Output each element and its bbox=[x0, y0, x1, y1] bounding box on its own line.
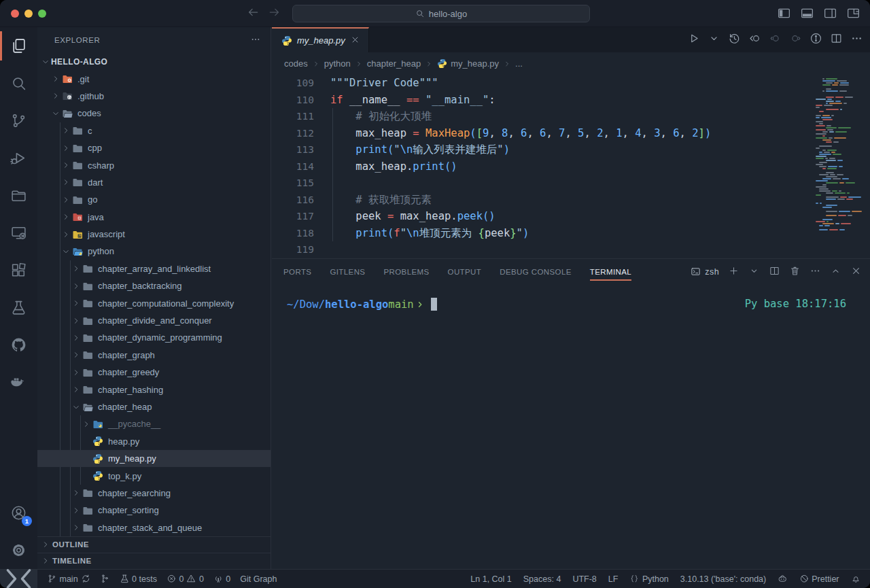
open-changes[interactable] bbox=[748, 32, 761, 48]
status-indentation[interactable]: Spaces: 4 bbox=[523, 574, 561, 584]
tree-item-chapter_dynamic_programming[interactable]: chapter_dynamic_programming bbox=[37, 329, 271, 346]
layout-customize-button[interactable] bbox=[846, 6, 860, 23]
activity-search[interactable] bbox=[0, 65, 37, 102]
panel-ellipsis-button[interactable] bbox=[810, 265, 821, 278]
timeline-history[interactable] bbox=[728, 32, 741, 48]
breadcrumb-item-codes[interactable]: codes bbox=[284, 58, 308, 69]
tree-item-chapter_searching[interactable]: chapter_searching bbox=[37, 485, 271, 502]
tree-item-my_heap.py[interactable]: my_heap.py bbox=[37, 450, 271, 467]
tree-item-chapter_heap[interactable]: chapter_heap bbox=[37, 398, 271, 415]
panel-tab-terminal[interactable]: TERMINAL bbox=[590, 259, 631, 284]
panel-tab-output[interactable]: OUTPUT bbox=[448, 259, 482, 284]
panel-tab-gitlens[interactable]: GITLENS bbox=[330, 259, 365, 284]
run-dropdown[interactable] bbox=[708, 32, 720, 48]
command-center-search[interactable]: hello-algo bbox=[292, 5, 590, 22]
minimap[interactable] bbox=[814, 76, 863, 239]
status-language-mode[interactable]: Python bbox=[629, 574, 668, 584]
status-git-graph-branch[interactable] bbox=[100, 574, 110, 584]
next-change[interactable] bbox=[789, 32, 802, 48]
activity-github[interactable] bbox=[0, 326, 37, 364]
status-prettier-status[interactable]: Prettier bbox=[799, 574, 839, 584]
status-cursor-position[interactable]: Ln 1, Col 1 bbox=[470, 574, 511, 584]
breadcrumb[interactable]: codespythonchapter_heap my_heap.py... bbox=[272, 52, 870, 75]
tree-item-chapter_computational_complexity[interactable]: chapter_computational_complexity bbox=[37, 294, 271, 311]
minimize-window-button[interactable] bbox=[24, 10, 33, 18]
panel-tab-ports[interactable]: PORTS bbox=[283, 259, 311, 284]
layout-sidebar-right-button[interactable] bbox=[823, 6, 837, 23]
tree-item-chapter_greedy[interactable]: chapter_greedy bbox=[37, 364, 271, 381]
tree-item-codes[interactable]: codes bbox=[37, 105, 271, 122]
more-actions[interactable] bbox=[850, 32, 863, 48]
status-encoding[interactable]: UTF-8 bbox=[572, 574, 596, 584]
tree-item-python[interactable]: python bbox=[37, 243, 271, 260]
explorer-more-actions-icon[interactable] bbox=[250, 34, 261, 46]
status-problems-status[interactable]: 00 bbox=[167, 574, 204, 584]
section-timeline[interactable]: TIMELINE bbox=[37, 553, 271, 569]
previous-change[interactable] bbox=[769, 32, 782, 48]
gitlens-graph[interactable] bbox=[810, 32, 822, 48]
activity-accounts[interactable]: 1 bbox=[0, 494, 37, 532]
activity-testing[interactable] bbox=[0, 289, 37, 326]
layout-sidebar-left-button[interactable] bbox=[777, 6, 791, 23]
tree-item-top_k.py[interactable]: top_k.py bbox=[37, 467, 271, 484]
split-editor[interactable] bbox=[830, 32, 843, 48]
tree-item-chapter_hashing[interactable]: chapter_hashing bbox=[37, 381, 271, 398]
status-copilot-status[interactable] bbox=[778, 574, 788, 584]
tree-item-.github[interactable]: .github bbox=[37, 88, 271, 105]
tree-item-dart[interactable]: dart bbox=[37, 174, 271, 191]
activity-project-manager[interactable] bbox=[0, 177, 37, 214]
tree-item-chapter_graph[interactable]: chapter_graph bbox=[37, 347, 271, 364]
activity-run-and-debug[interactable] bbox=[0, 139, 37, 177]
layout-panel-button[interactable] bbox=[800, 6, 814, 23]
panel-trash-button[interactable] bbox=[789, 265, 801, 278]
close-window-button[interactable] bbox=[11, 10, 19, 18]
activity-remote-explorer[interactable] bbox=[0, 214, 37, 252]
panel-split-button[interactable] bbox=[769, 265, 780, 278]
tree-item-cpp[interactable]: cpp bbox=[37, 139, 271, 156]
code-editor[interactable]: 109"""Driver Code"""110if __name__ == "_… bbox=[272, 75, 870, 258]
status-eol[interactable]: LF bbox=[608, 574, 619, 584]
tree-item-.git[interactable]: .git bbox=[37, 70, 271, 87]
tree-item-chapter_stack_and_queue[interactable]: chapter_stack_and_queue bbox=[37, 519, 271, 536]
activity-explorer[interactable] bbox=[0, 27, 37, 65]
tree-item-__pycache__[interactable]: __pycache__ bbox=[37, 415, 271, 432]
tree-item-chapter_array_and_linkedlist[interactable]: chapter_array_and_linkedlist bbox=[37, 260, 271, 277]
breadcrumb-item-my_heap.py[interactable]: my_heap.py bbox=[437, 58, 499, 69]
panel-tab-debug-console[interactable]: DEBUG CONSOLE bbox=[500, 259, 572, 284]
status-git-branch-status[interactable]: main bbox=[47, 574, 90, 584]
section-outline[interactable]: OUTLINE bbox=[37, 536, 271, 553]
tree-item-java[interactable]: java bbox=[37, 209, 271, 226]
tree-item-HELLO-ALGO[interactable]: HELLO-ALGO bbox=[37, 53, 271, 70]
nav-forward-button[interactable] bbox=[268, 5, 281, 22]
breadcrumb-item-python[interactable]: python bbox=[324, 58, 351, 69]
nav-back-button[interactable] bbox=[246, 5, 260, 22]
status-notifications[interactable] bbox=[851, 574, 861, 584]
activity-docker[interactable] bbox=[0, 364, 37, 401]
panel-chevron-up-button[interactable] bbox=[830, 265, 841, 278]
run-button[interactable] bbox=[687, 32, 700, 48]
tree-item-chapter_backtracking[interactable]: chapter_backtracking bbox=[37, 277, 271, 294]
remote-indicator[interactable] bbox=[0, 570, 37, 588]
tree-item-go[interactable]: go bbox=[37, 191, 271, 208]
tree-item-chapter_sorting[interactable]: chapter_sorting bbox=[37, 502, 271, 519]
panel-plus-button[interactable] bbox=[728, 265, 740, 278]
status-feedback-status[interactable]: 0 bbox=[213, 574, 230, 584]
zoom-window-button[interactable] bbox=[38, 10, 46, 18]
terminal[interactable]: ~/Dow/hello-algo main Py base 18:17:16 bbox=[272, 284, 870, 311]
tree-item-c[interactable]: c bbox=[37, 122, 271, 139]
panel-tab-problems[interactable]: PROBLEMS bbox=[383, 259, 429, 284]
activity-extensions[interactable] bbox=[0, 252, 37, 289]
status-tests-status[interactable]: 0 tests bbox=[120, 574, 157, 584]
activity-source-control[interactable] bbox=[0, 102, 37, 139]
close-tab-icon[interactable] bbox=[350, 35, 360, 47]
tree-item-chapter_divide_and_conquer[interactable]: chapter_divide_and_conquer bbox=[37, 312, 271, 329]
tree-item-csharp[interactable]: csharp bbox=[37, 156, 271, 173]
panel-chevron-down-sm-button[interactable] bbox=[748, 265, 760, 278]
tab-my-heap-py[interactable]: my_heap.py bbox=[272, 27, 369, 52]
breadcrumb-item-chapter_heap[interactable]: chapter_heap bbox=[367, 58, 421, 69]
status-python-interpreter[interactable]: 3.10.13 ('base': conda) bbox=[680, 574, 766, 584]
status-git-graph-label[interactable]: Git Graph bbox=[240, 574, 277, 584]
breadcrumb-item-...[interactable]: ... bbox=[515, 58, 523, 69]
terminal-shell-item[interactable]: zsh bbox=[691, 266, 719, 277]
panel-close-button[interactable] bbox=[850, 265, 862, 278]
